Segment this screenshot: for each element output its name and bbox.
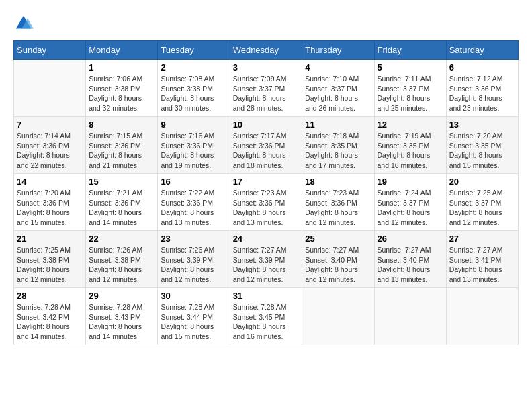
- day-number: 21: [17, 234, 83, 244]
- day-info: Sunrise: 7:16 AMSunset: 3:36 PMDaylight:…: [161, 131, 226, 171]
- day-info: Sunrise: 7:23 AMSunset: 3:36 PMDaylight:…: [305, 188, 371, 228]
- page-header: [13, 13, 519, 34]
- day-info: Sunrise: 7:26 AMSunset: 3:39 PMDaylight:…: [161, 245, 226, 285]
- calendar-cell: 19Sunrise: 7:24 AMSunset: 3:37 PMDayligh…: [374, 174, 446, 231]
- day-number: 31: [233, 291, 300, 301]
- calendar-week-row: 21Sunrise: 7:25 AMSunset: 3:38 PMDayligh…: [14, 231, 519, 288]
- logo: [13, 13, 36, 34]
- day-info: Sunrise: 7:17 AMSunset: 3:36 PMDaylight:…: [233, 131, 300, 171]
- day-info: Sunrise: 7:20 AMSunset: 3:35 PMDaylight:…: [449, 131, 515, 171]
- day-info: Sunrise: 7:20 AMSunset: 3:36 PMDaylight:…: [17, 188, 83, 228]
- calendar-header-row: SundayMondayTuesdayWednesdayThursdayFrid…: [14, 41, 519, 60]
- day-info: Sunrise: 7:22 AMSunset: 3:36 PMDaylight:…: [161, 188, 226, 228]
- day-info: Sunrise: 7:28 AMSunset: 3:42 PMDaylight:…: [17, 302, 83, 342]
- day-number: 6: [449, 62, 515, 73]
- day-info: Sunrise: 7:19 AMSunset: 3:35 PMDaylight:…: [378, 131, 443, 171]
- day-info: Sunrise: 7:21 AMSunset: 3:36 PMDaylight:…: [89, 188, 154, 228]
- day-number: 1: [89, 62, 154, 73]
- day-info: Sunrise: 7:25 AMSunset: 3:38 PMDaylight:…: [17, 245, 83, 285]
- day-info: Sunrise: 7:06 AMSunset: 3:38 PMDaylight:…: [89, 74, 154, 113]
- header-monday: Monday: [86, 41, 158, 60]
- day-number: 13: [449, 120, 515, 130]
- day-number: 18: [305, 177, 371, 187]
- header-wednesday: Wednesday: [230, 41, 302, 60]
- calendar-cell: 11Sunrise: 7:18 AMSunset: 3:35 PMDayligh…: [302, 117, 374, 174]
- day-info: Sunrise: 7:28 AMSunset: 3:44 PMDaylight:…: [161, 302, 226, 342]
- calendar-cell: 9Sunrise: 7:16 AMSunset: 3:36 PMDaylight…: [158, 117, 230, 174]
- day-info: Sunrise: 7:14 AMSunset: 3:36 PMDaylight:…: [17, 131, 83, 171]
- day-number: 4: [305, 62, 371, 73]
- day-number: 25: [305, 234, 371, 244]
- calendar-cell: 26Sunrise: 7:27 AMSunset: 3:40 PMDayligh…: [374, 231, 446, 288]
- day-number: 23: [161, 234, 226, 244]
- day-info: Sunrise: 7:27 AMSunset: 3:41 PMDaylight:…: [449, 245, 515, 285]
- day-info: Sunrise: 7:12 AMSunset: 3:36 PMDaylight:…: [449, 74, 515, 113]
- calendar-week-row: 1Sunrise: 7:06 AMSunset: 3:38 PMDaylight…: [14, 60, 519, 117]
- calendar-cell: 2Sunrise: 7:08 AMSunset: 3:38 PMDaylight…: [158, 60, 230, 117]
- day-number: 15: [89, 177, 154, 187]
- day-number: 11: [305, 120, 371, 130]
- header-thursday: Thursday: [302, 41, 374, 60]
- day-info: Sunrise: 7:27 AMSunset: 3:40 PMDaylight:…: [378, 245, 443, 285]
- day-number: 29: [89, 291, 154, 301]
- day-number: 5: [378, 62, 443, 73]
- day-info: Sunrise: 7:09 AMSunset: 3:37 PMDaylight:…: [233, 74, 300, 113]
- calendar-cell: 23Sunrise: 7:26 AMSunset: 3:39 PMDayligh…: [158, 231, 230, 288]
- header-sunday: Sunday: [14, 41, 86, 60]
- day-info: Sunrise: 7:26 AMSunset: 3:38 PMDaylight:…: [89, 245, 154, 285]
- calendar-cell: 24Sunrise: 7:27 AMSunset: 3:39 PMDayligh…: [230, 231, 302, 288]
- day-info: Sunrise: 7:27 AMSunset: 3:40 PMDaylight:…: [305, 245, 371, 285]
- calendar-cell: 17Sunrise: 7:23 AMSunset: 3:36 PMDayligh…: [230, 174, 302, 231]
- calendar-cell: 13Sunrise: 7:20 AMSunset: 3:35 PMDayligh…: [446, 117, 518, 174]
- calendar-cell: 30Sunrise: 7:28 AMSunset: 3:44 PMDayligh…: [158, 288, 230, 345]
- day-number: 12: [378, 120, 443, 130]
- calendar-cell: [14, 60, 86, 117]
- header-tuesday: Tuesday: [158, 41, 230, 60]
- calendar-cell: 18Sunrise: 7:23 AMSunset: 3:36 PMDayligh…: [302, 174, 374, 231]
- day-number: 9: [161, 120, 226, 130]
- calendar-cell: 12Sunrise: 7:19 AMSunset: 3:35 PMDayligh…: [374, 117, 446, 174]
- day-info: Sunrise: 7:28 AMSunset: 3:45 PMDaylight:…: [233, 302, 300, 342]
- calendar-cell: [446, 288, 518, 345]
- calendar-cell: 3Sunrise: 7:09 AMSunset: 3:37 PMDaylight…: [230, 60, 302, 117]
- calendar-cell: 5Sunrise: 7:11 AMSunset: 3:37 PMDaylight…: [374, 60, 446, 117]
- day-number: 3: [233, 62, 300, 73]
- day-number: 26: [378, 234, 443, 244]
- calendar-cell: 16Sunrise: 7:22 AMSunset: 3:36 PMDayligh…: [158, 174, 230, 231]
- header-friday: Friday: [374, 41, 446, 60]
- calendar-cell: [302, 288, 374, 345]
- day-number: 20: [449, 177, 515, 187]
- calendar-cell: 8Sunrise: 7:15 AMSunset: 3:36 PMDaylight…: [86, 117, 158, 174]
- day-info: Sunrise: 7:24 AMSunset: 3:37 PMDaylight:…: [378, 188, 443, 228]
- day-info: Sunrise: 7:27 AMSunset: 3:39 PMDaylight:…: [233, 245, 300, 285]
- calendar-table: SundayMondayTuesdayWednesdayThursdayFrid…: [13, 40, 519, 345]
- calendar-cell: 27Sunrise: 7:27 AMSunset: 3:41 PMDayligh…: [446, 231, 518, 288]
- day-info: Sunrise: 7:28 AMSunset: 3:43 PMDaylight:…: [89, 302, 154, 342]
- day-number: 24: [233, 234, 300, 244]
- day-number: 2: [161, 62, 226, 73]
- calendar-week-row: 7Sunrise: 7:14 AMSunset: 3:36 PMDaylight…: [14, 117, 519, 174]
- day-number: 14: [17, 177, 83, 187]
- calendar-week-row: 28Sunrise: 7:28 AMSunset: 3:42 PMDayligh…: [14, 288, 519, 345]
- calendar-cell: 15Sunrise: 7:21 AMSunset: 3:36 PMDayligh…: [86, 174, 158, 231]
- day-info: Sunrise: 7:10 AMSunset: 3:37 PMDaylight:…: [305, 74, 371, 113]
- calendar-cell: 31Sunrise: 7:28 AMSunset: 3:45 PMDayligh…: [230, 288, 302, 345]
- calendar-cell: 6Sunrise: 7:12 AMSunset: 3:36 PMDaylight…: [446, 60, 518, 117]
- day-number: 7: [17, 120, 83, 130]
- day-info: Sunrise: 7:11 AMSunset: 3:37 PMDaylight:…: [378, 74, 443, 113]
- calendar-cell: 25Sunrise: 7:27 AMSunset: 3:40 PMDayligh…: [302, 231, 374, 288]
- day-info: Sunrise: 7:23 AMSunset: 3:36 PMDaylight:…: [233, 188, 300, 228]
- day-number: 17: [233, 177, 300, 187]
- day-number: 10: [233, 120, 300, 130]
- calendar-cell: 20Sunrise: 7:25 AMSunset: 3:37 PMDayligh…: [446, 174, 518, 231]
- day-number: 30: [161, 291, 226, 301]
- calendar-cell: 10Sunrise: 7:17 AMSunset: 3:36 PMDayligh…: [230, 117, 302, 174]
- calendar-cell: 29Sunrise: 7:28 AMSunset: 3:43 PMDayligh…: [86, 288, 158, 345]
- day-number: 22: [89, 234, 154, 244]
- calendar-cell: 22Sunrise: 7:26 AMSunset: 3:38 PMDayligh…: [86, 231, 158, 288]
- day-number: 16: [161, 177, 226, 187]
- day-info: Sunrise: 7:08 AMSunset: 3:38 PMDaylight:…: [161, 74, 226, 113]
- calendar-cell: 14Sunrise: 7:20 AMSunset: 3:36 PMDayligh…: [14, 174, 86, 231]
- day-info: Sunrise: 7:25 AMSunset: 3:37 PMDaylight:…: [449, 188, 515, 228]
- day-info: Sunrise: 7:15 AMSunset: 3:36 PMDaylight:…: [89, 131, 154, 171]
